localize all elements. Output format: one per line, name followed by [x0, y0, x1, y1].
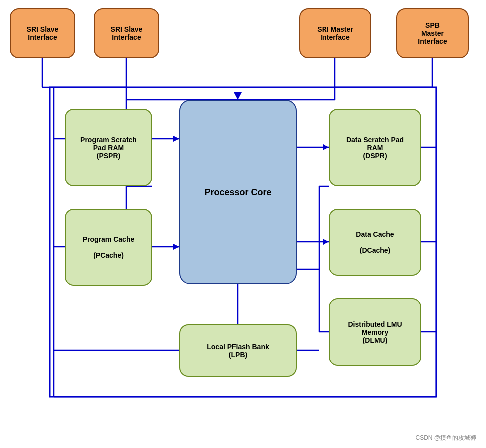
pcache-box: Program Cache(PCache) [65, 209, 152, 286]
dlmu-box: Distributed LMUMemory(DLMU) [329, 298, 421, 366]
processor-core-box: Processor Core [179, 100, 297, 284]
dspr-box: Data Scratch PadRAM(DSPR) [329, 109, 421, 186]
sri-master-box: SRI MasterInterface [299, 8, 371, 58]
sri-slave-1-box: SRI Slave Interface [10, 8, 75, 58]
spb-master-box: SPBMasterInterface [396, 8, 469, 58]
dcache-box: Data Cache(DCache) [329, 209, 421, 276]
diagram-container: SRI Slave Interface SRI SlaveInterface S… [0, 0, 486, 448]
svg-marker-34 [173, 244, 179, 250]
svg-marker-12 [234, 92, 242, 100]
sri-slave-2-box: SRI SlaveInterface [94, 8, 159, 58]
lpb-box: Local PFlash Bank(LPB) [179, 324, 297, 377]
svg-marker-35 [323, 144, 329, 150]
svg-marker-36 [323, 239, 329, 245]
svg-marker-33 [173, 136, 179, 142]
pspr-box: Program ScratchPad RAM(PSPR) [65, 109, 152, 186]
watermark: CSDN @摸鱼的攻城狮 [415, 434, 476, 442]
